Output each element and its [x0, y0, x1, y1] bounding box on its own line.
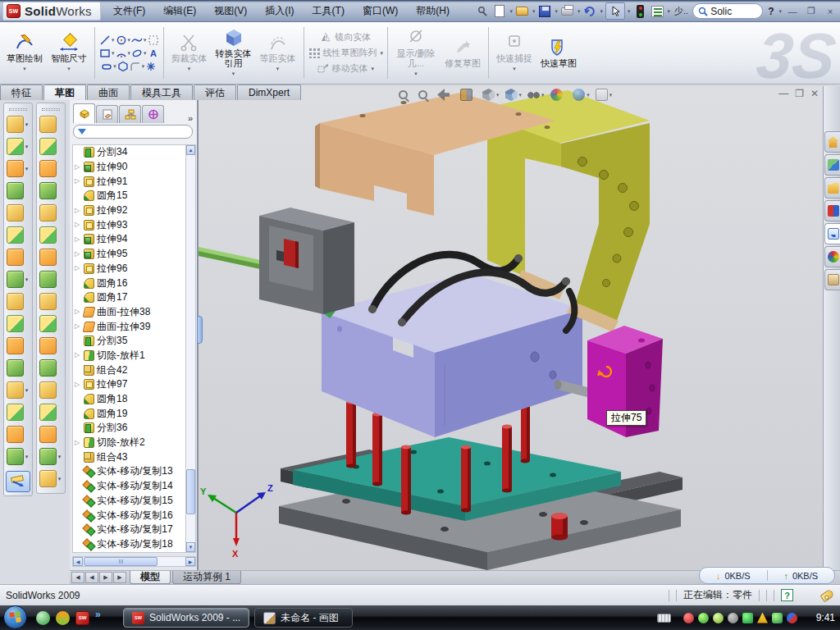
taskpane-tab[interactable]	[824, 246, 840, 267]
expand-arrow-icon[interactable]: ▷	[75, 308, 81, 315]
expand-arrow-icon[interactable]: ▷	[75, 164, 81, 171]
search-value[interactable]: Solic	[710, 6, 732, 17]
dropdown-caret[interactable]: ▾	[24, 121, 30, 128]
feature-tool-button[interactable]: ▾	[7, 246, 30, 268]
tree-item[interactable]: ▷ 实体-移动/复制13	[73, 464, 185, 479]
pin-icon[interactable]	[475, 4, 490, 19]
convert-entities-button[interactable]: 转换实体引用▾	[212, 26, 255, 80]
expand-arrow-icon[interactable]: ▷	[75, 440, 81, 446]
feature-tool-button[interactable]: ▾	[7, 401, 30, 423]
new-document-button[interactable]	[492, 4, 507, 19]
tray-icon[interactable]	[772, 613, 783, 623]
new-caret[interactable]: ▾	[509, 8, 513, 15]
help-button[interactable]: ?	[765, 6, 776, 17]
surface-tool-button[interactable]: ▾	[39, 468, 63, 490]
smart-dimension-button[interactable]: 智能尺寸▾	[48, 31, 90, 75]
next-tab-button[interactable]: ▶	[99, 572, 112, 583]
print-button[interactable]	[560, 4, 575, 19]
help-caret[interactable]: ▾	[778, 8, 782, 15]
solidworks-shortcut-icon[interactable]: SW	[75, 611, 89, 625]
tree-item[interactable]: ▷ 圆角18	[73, 392, 185, 407]
tree-item[interactable]: ▷ 圆角17	[73, 290, 185, 305]
select-caret[interactable]: ▾	[628, 8, 631, 15]
feature-tool-button[interactable]: ▾	[7, 313, 30, 335]
feature-tool-button[interactable]: ▾	[7, 290, 30, 313]
point-icon[interactable]	[145, 61, 157, 72]
tag-icon[interactable]	[819, 588, 834, 602]
line-icon[interactable]	[99, 34, 111, 46]
feature-tool-button[interactable]: ▾	[7, 224, 30, 246]
dropdown-caret[interactable]: ▾	[587, 92, 590, 98]
tree-item[interactable]: ▷ 拉伸90	[73, 160, 185, 175]
dropdown-caret[interactable]: ▾	[24, 144, 30, 150]
undo-caret[interactable]: ▾	[600, 8, 603, 15]
taskbar-clock[interactable]: 9:41	[816, 612, 835, 623]
document-tab[interactable]: 模型	[130, 571, 171, 584]
menu-item[interactable]: 插入(I)	[256, 0, 303, 22]
sketch-button[interactable]: 草图绘制▾	[3, 31, 46, 75]
feature-tool-button[interactable]: ▾	[7, 445, 30, 468]
sketch-fillet-icon[interactable]	[130, 61, 141, 72]
taskpane-tab[interactable]	[824, 223, 840, 244]
model-sprue-assembly[interactable]	[199, 208, 354, 314]
instant3d-button-pressed[interactable]	[6, 471, 30, 492]
tree-item[interactable]: ▷ 曲面-拉伸39	[73, 319, 185, 334]
messenger-icon[interactable]	[36, 611, 50, 625]
tree-filter-box[interactable]	[73, 125, 193, 139]
tree-item[interactable]: ▷ 分割34	[73, 145, 185, 160]
ribbon-tab[interactable]: 模具工具	[130, 84, 193, 100]
scroll-thumb[interactable]	[186, 469, 195, 514]
panel-splitter-handle[interactable]	[197, 316, 203, 344]
pinwheel-app-icon[interactable]	[56, 611, 70, 625]
scroll-right-button[interactable]: ▶	[185, 557, 195, 566]
dropdown-caret[interactable]: ▾	[609, 92, 613, 98]
circle-icon[interactable]	[116, 34, 127, 46]
tray-icon[interactable]	[742, 613, 753, 623]
mirror-entities-button[interactable]: 镜向实体	[320, 31, 371, 43]
view-tool-button[interactable]: ▾	[418, 90, 432, 99]
toolbar-grip[interactable]	[42, 108, 60, 111]
view-tool-button[interactable]: ▾	[482, 89, 500, 101]
display-delete-relations-button[interactable]: 显示/删除几...▾	[392, 26, 440, 80]
dropdown-caret[interactable]: ▾	[24, 276, 30, 283]
input-method-icon[interactable]	[657, 614, 671, 623]
spline-icon[interactable]	[131, 34, 143, 46]
expand-arrow-icon[interactable]: ▷	[75, 208, 81, 214]
tree-item[interactable]: ▷ 圆角15	[73, 189, 185, 203]
tree-item[interactable]: ▷ 切除-放样2	[73, 436, 185, 450]
tree-vertical-scrollbar[interactable]: ▲ ▼	[185, 144, 196, 553]
feature-tool-button[interactable]: ▾	[7, 268, 30, 290]
text-icon[interactable]: A	[148, 48, 159, 59]
surface-tool-button[interactable]: ▾	[39, 313, 63, 335]
dropdown-caret[interactable]: ▾	[57, 476, 63, 482]
repair-sketch-button[interactable]: 修复草图	[441, 36, 484, 70]
linear-sketch-pattern-button[interactable]: 线性草图阵列▾	[308, 47, 384, 59]
view-tool-button[interactable]: ▾	[399, 90, 413, 99]
tray-icon[interactable]	[713, 613, 724, 623]
rebuild-icon[interactable]	[633, 4, 648, 19]
scroll-down-button[interactable]: ▼	[186, 542, 195, 552]
dropdown-caret[interactable]: ▾	[24, 387, 30, 394]
tree-item[interactable]: ▷ 组合43	[73, 450, 185, 464]
tree-horizontal-scrollbar[interactable]: ◀ ▶	[72, 556, 196, 567]
trim-entities-button[interactable]: 剪裁实体▾	[168, 31, 211, 75]
toolbar-overflow[interactable]: 少..	[673, 5, 690, 17]
doc-minimize-button[interactable]: —	[778, 88, 788, 99]
surface-tool-button[interactable]: ▾	[39, 202, 63, 224]
tree-item[interactable]: ▷ 拉伸94	[73, 232, 185, 247]
open-caret[interactable]: ▾	[532, 8, 536, 15]
expand-arrow-icon[interactable]: ▷	[75, 381, 81, 388]
tree-item[interactable]: ▷ 拉伸96	[73, 262, 185, 276]
restore-button[interactable]: ❐	[803, 4, 819, 18]
surface-tool-button[interactable]: ▾	[39, 224, 63, 246]
toolbar-grip[interactable]	[9, 108, 27, 111]
taskpane-tab[interactable]	[824, 154, 840, 176]
dropdown-caret[interactable]: ▾	[541, 92, 545, 98]
tab-propertymanager[interactable]	[96, 105, 118, 123]
tree-item[interactable]: ▷ 分割35	[73, 334, 185, 349]
quick-tips-icon[interactable]: ?	[781, 589, 793, 601]
dropdown-caret[interactable]: ▾	[24, 166, 30, 172]
options-button[interactable]	[651, 4, 665, 19]
dropdown-caret[interactable]: ▾	[496, 92, 500, 98]
open-button[interactable]	[515, 4, 530, 19]
